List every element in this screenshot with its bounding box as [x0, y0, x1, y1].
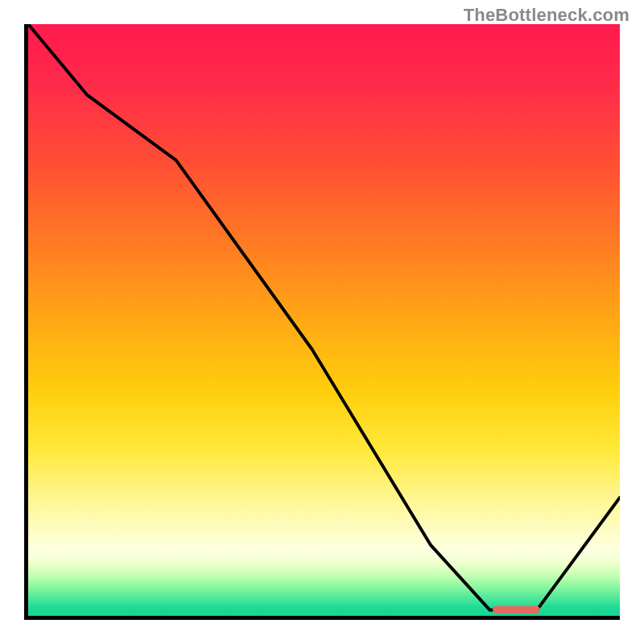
- bottleneck-curve: [28, 24, 620, 610]
- optimal-range-marker: [493, 606, 540, 613]
- watermark-text: TheBottleneck.com: [464, 5, 630, 26]
- line-chart-svg: [28, 24, 620, 616]
- plot-area: [24, 24, 620, 620]
- chart-frame: TheBottleneck.com: [0, 0, 644, 644]
